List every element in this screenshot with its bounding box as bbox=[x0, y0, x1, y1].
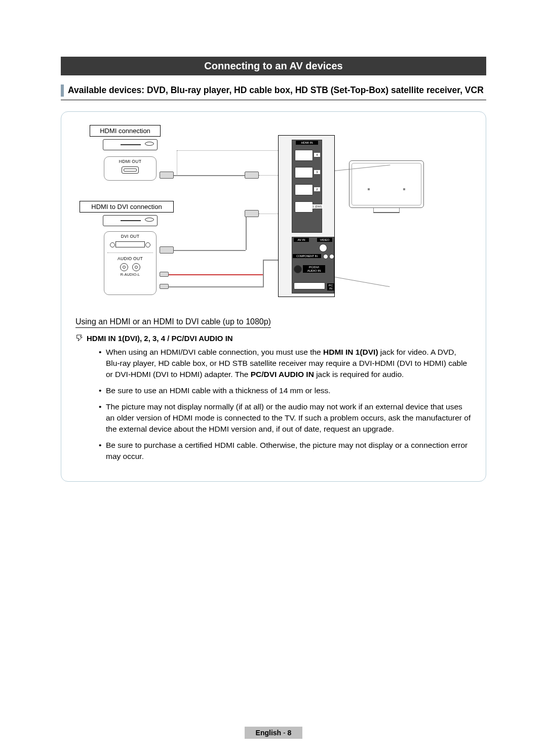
hdmi-out-box: HDMI OUT bbox=[104, 156, 157, 181]
diagram-canvas: HDMI connection HDMI OUT HDMI to DVI con… bbox=[75, 125, 472, 312]
label-hdmi-connection: HDMI connection bbox=[90, 125, 161, 137]
cable-hdmi-solid bbox=[174, 175, 252, 176]
bullet1-post: jack is required for audio. bbox=[314, 370, 404, 379]
device-player-hdmi bbox=[103, 139, 158, 150]
cable-hdmi-dotted-v bbox=[177, 150, 177, 175]
note-icon bbox=[75, 334, 84, 342]
panel-port-1dvi: 1 (DVI) bbox=[311, 204, 323, 208]
label-hdmi-out: HDMI OUT bbox=[104, 159, 156, 164]
panel-port-3: 3 bbox=[314, 170, 320, 174]
plug-hdmi-tv bbox=[245, 172, 259, 179]
audio-jacks-icon bbox=[104, 263, 156, 271]
device-player-dvi bbox=[103, 215, 158, 226]
bullet1-pre: When using an HDMI/DVI cable connection,… bbox=[106, 348, 323, 356]
note-hdmi-ports: HDMI IN 1(DVI), 2, 3, 4 / PC/DVI AUDIO I… bbox=[87, 334, 233, 343]
subhead-underline bbox=[61, 100, 486, 101]
cable-dvi bbox=[174, 250, 246, 251]
bullet-certified-cable: Be sure to purchase a certified HDMI cab… bbox=[99, 440, 472, 462]
notes-list: When using an HDMI/DVI cable connection,… bbox=[99, 347, 472, 462]
label-audio-out: AUDIO OUT bbox=[104, 256, 156, 261]
bullet-cable-thickness: Be sure to use an HDMI cable with a thic… bbox=[99, 385, 472, 396]
cable-audio-merge bbox=[263, 260, 264, 287]
cable-audio-l bbox=[169, 286, 263, 287]
bullet-hdmi-dvi-jack: When using an HDMI/DVI cable connection,… bbox=[99, 347, 472, 380]
bullet-older-hdmi: The picture may not display normally (if… bbox=[99, 401, 472, 435]
subhead-accent-bar bbox=[61, 85, 64, 97]
using-hdmi-heading: Using an HDMI or an HDMI to DVI cable (u… bbox=[75, 317, 271, 328]
cable-hdmi-dotted-h bbox=[177, 150, 283, 151]
plug-audio-l bbox=[160, 284, 169, 289]
available-devices-row: Available devices: DVD, Blu-ray player, … bbox=[61, 85, 486, 97]
dvi-port-icon bbox=[115, 241, 145, 247]
panel-pc-dvi-audio-in: PC/DVI AUDIO IN bbox=[303, 265, 325, 273]
label-hdmi-to-dvi-connection: HDMI to DVI connection bbox=[80, 201, 174, 213]
plug-dvi-source bbox=[160, 246, 174, 254]
section-title: Connecting to an AV devices bbox=[61, 57, 486, 75]
panel-av-in: AV IN bbox=[294, 238, 309, 242]
dvi-audio-out-box: DVI OUT AUDIO OUT R-AUDIO-L bbox=[104, 231, 157, 295]
available-devices-text: Available devices: DVD, Blu-ray player, … bbox=[68, 85, 484, 97]
cable-dvi-v bbox=[246, 214, 247, 250]
panel-hdmi-in: HDMI IN bbox=[296, 141, 318, 145]
manual-page: Connecting to an AV devices Available de… bbox=[0, 0, 547, 756]
tv-back-panel: HDMI IN 4 3 2 1 (DVI) AV IN VIDEO COMPON… bbox=[278, 135, 335, 297]
label-r-audio-l: R-AUDIO-L bbox=[104, 273, 156, 276]
bullet1-bold1: HDMI IN 1(DVI) bbox=[323, 348, 378, 356]
footer-sep: - bbox=[281, 729, 287, 737]
panel-port-4: 4 bbox=[314, 153, 320, 157]
note-row: HDMI IN 1(DVI), 2, 3, 4 / PC/DVI AUDIO I… bbox=[75, 334, 472, 343]
plug-hdmi-from-dvi bbox=[245, 210, 259, 217]
connection-diagram: HDMI connection HDMI OUT HDMI to DVI con… bbox=[61, 111, 486, 482]
tv-stand bbox=[373, 208, 400, 213]
footer-page-number: 8 bbox=[288, 729, 292, 737]
panel-video: VIDEO bbox=[317, 238, 332, 242]
panel-lead-line-bottom bbox=[335, 277, 390, 287]
page-footer: English - 8 bbox=[0, 727, 547, 739]
panel-component-in: COMPONENT IN bbox=[293, 254, 321, 258]
cable-audio-r bbox=[169, 274, 263, 275]
plug-audio-r bbox=[160, 272, 169, 277]
footer-language: English bbox=[256, 729, 282, 737]
tv-outline bbox=[349, 160, 424, 208]
bullet1-bold2: PC/DVI AUDIO IN bbox=[251, 370, 314, 379]
panel-pc-in: PC IN bbox=[327, 283, 334, 290]
plug-hdmi-source bbox=[160, 172, 174, 179]
label-dvi-out: DVI OUT bbox=[104, 234, 156, 239]
panel-port-2: 2 bbox=[314, 187, 320, 191]
